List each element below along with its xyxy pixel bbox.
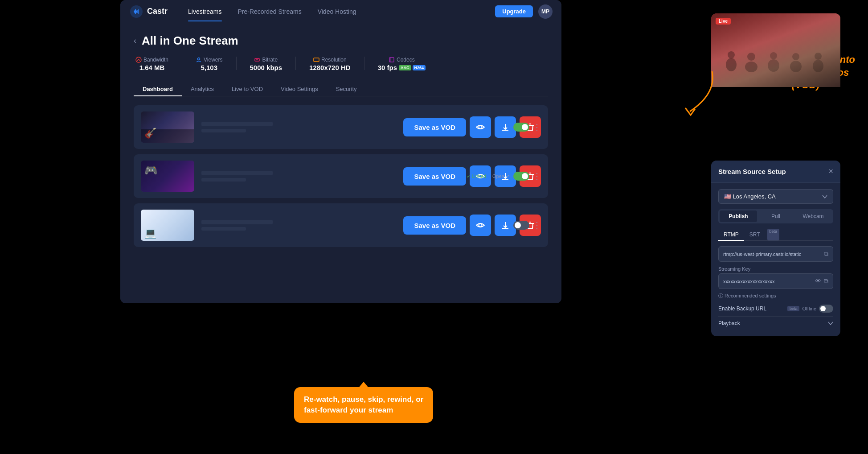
protocol-rtmp[interactable]: RTMP [718,229,744,240]
codecs-icon [389,57,395,63]
recommended-settings-link[interactable]: ⓘ Recommended settings [718,293,833,299]
stat-codecs-label: Codecs [389,57,415,63]
stream-toggle-2[interactable] [513,172,529,181]
stream-thumb-2: 🎮 [141,161,194,192]
location-value: 🇺🇸 Los Angeles, CA [724,193,776,200]
logo: Castr [129,4,168,19]
panel-body: 🇺🇸 Los Angeles, CA Publish Pull Webcam R… [711,183,840,336]
tab-live-to-vod[interactable]: Live to VOD [223,82,272,96]
main-tabs: Dashboard Analytics Live to VOD Video Se… [134,82,548,96]
source-tab-publish[interactable]: Publish [720,210,757,222]
eye-icon [475,122,485,132]
browser-window: Castr Livestreams Pre-Recorded Streams V… [120,0,561,303]
protocol-srt[interactable]: SRT [744,229,766,240]
stream-toggle-3[interactable] [513,221,529,230]
preview-button-3[interactable] [470,215,491,236]
svg-point-16 [770,52,777,59]
stat-resolution-label: Resolution [313,57,347,63]
nav-right: Upgrade MP [495,4,553,19]
download-icon-3 [500,220,510,230]
preview-button-1[interactable] [470,116,491,138]
svg-point-19 [813,60,823,72]
panel-header: Stream Source Setup × [711,161,840,183]
save-vod-button-2[interactable]: Save as VOD [403,167,466,186]
linked-badge: ✓ Linked [467,173,486,179]
save-vod-button-3[interactable]: Save as VOD [403,216,466,235]
stream-info-1 [201,122,396,132]
stream-title-placeholder-3 [201,220,273,224]
download-button-1[interactable] [495,116,516,138]
bitrate-icon [254,57,260,63]
page-title: All in One Stream [142,34,238,48]
download-icon [500,122,510,132]
bandwidth-icon [135,57,142,63]
copy-url-button[interactable]: ⧉ [824,250,828,258]
streaming-key-label: Streaming Key [718,266,833,272]
save-vod-button-1[interactable]: Save as VOD [403,118,466,136]
stream-toggle-area-1: ⋮ [513,122,541,132]
stats-row: Bandwidth 1.64 MB Viewers 5,103 Bitrate … [134,57,548,71]
copy-key-button[interactable]: ⧉ [824,277,828,285]
stat-bandwidth: Bandwidth 1.64 MB [135,57,168,71]
tab-dashboard[interactable]: Dashboard [134,82,182,96]
rtmp-url-value: rtmp://us-west-primary.castr.io/static [723,252,801,257]
source-tab-webcam[interactable]: Webcam [794,210,832,222]
backup-url-toggle[interactable] [819,305,833,313]
svg-point-14 [747,53,755,61]
nav-prerecorded[interactable]: Pre-Recorded Streams [231,5,309,18]
more-menu-2[interactable]: ⋮ [533,171,541,181]
codec-badges: AAC H264 [399,65,426,70]
key-icons: 👁 ⧉ [815,277,828,285]
stat-codecs: Codecs 30 fps AAC H264 [378,57,426,71]
live-preview: Live [711,13,840,87]
stat-bitrate-value: 5000 kbps [250,64,283,71]
stat-bandwidth-label: Bandwidth [135,57,168,63]
source-tabs: Publish Pull Webcam [718,209,833,223]
stat-bitrate: Bitrate 5000 kbps [250,57,283,71]
tooltip-arrow [359,382,368,387]
open-link[interactable]: Open ↗ [492,173,510,179]
svg-point-11 [726,58,737,71]
stat-bandwidth-value: 1.64 MB [139,64,165,71]
backup-url-row: Enable Backup URL beta Offline [718,305,833,313]
badge-h264: H264 [413,65,426,70]
stream-info-2 [201,171,396,182]
more-menu-3[interactable]: ⋮ [533,220,541,230]
svg-point-8 [479,126,482,129]
content-area: ‹ All in One Stream Bandwidth 1.64 MB Vi… [120,23,561,303]
yoga-figures [711,28,840,87]
tab-video-settings[interactable]: Video Settings [272,82,327,96]
more-menu-1[interactable]: ⋮ [533,122,541,132]
page-title-row: ‹ All in One Stream [134,34,548,48]
live-badge: Live [716,18,731,25]
stream-toggle-1[interactable] [513,123,529,132]
chevron-down-icon [822,195,827,198]
download-button-3[interactable] [495,215,516,236]
upgrade-button[interactable]: Upgrade [495,5,533,17]
tab-analytics[interactable]: Analytics [182,82,223,96]
stream-sub-placeholder-2 [201,178,246,182]
nav-livestreams[interactable]: Livestreams [181,5,229,18]
back-button[interactable]: ‹ [134,36,136,45]
svg-point-12 [728,51,735,58]
location-dropdown[interactable]: 🇺🇸 Los Angeles, CA [718,189,833,204]
source-tab-pull[interactable]: Pull [757,210,794,222]
playback-chevron-icon [828,322,833,325]
stream-card-2: 🎮 Save as VOD ✓ Linked [134,154,548,198]
rtmp-url-field: rtmp://us-west-primary.castr.io/static ⧉ [718,246,833,262]
playback-row[interactable]: Playback [718,316,833,330]
stat-resolution: Resolution 1280x720 HD [309,57,351,71]
show-key-button[interactable]: 👁 [815,277,821,285]
tab-security[interactable]: Security [327,82,366,96]
svg-point-18 [792,53,799,60]
badge-aac: AAC [399,65,411,70]
svg-point-17 [790,61,802,72]
panel-close-button[interactable]: × [828,167,833,176]
user-avatar[interactable]: MP [538,4,553,19]
nav-links: Livestreams Pre-Recorded Streams Video H… [181,5,495,18]
stat-bitrate-label: Bitrate [254,57,278,63]
stream-thumb-3: 💻 [141,210,194,241]
nav-video-hosting[interactable]: Video Hosting [311,5,364,18]
offline-status: Offline [802,306,816,311]
thumb-office-bg: 💻 [141,210,194,241]
